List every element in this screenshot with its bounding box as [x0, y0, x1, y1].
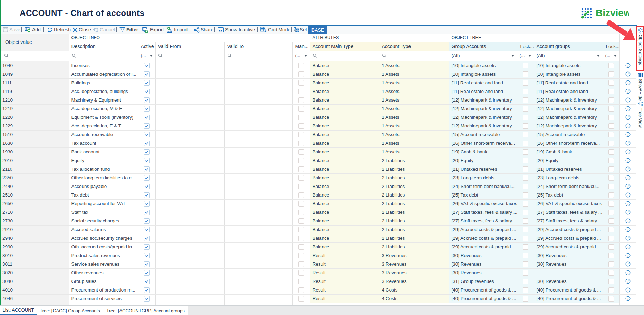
- svg-text:i: i: [628, 193, 629, 197]
- svg-text:i: i: [628, 254, 629, 257]
- svg-text:i: i: [628, 288, 629, 292]
- svg-text:i: i: [628, 116, 629, 119]
- svg-text:i: i: [628, 133, 629, 136]
- svg-text:i: i: [628, 280, 629, 283]
- svg-text:i: i: [628, 262, 629, 266]
- svg-text:i: i: [628, 150, 629, 154]
- svg-text:i: i: [628, 219, 629, 223]
- svg-text:i: i: [628, 142, 629, 145]
- svg-text:i: i: [628, 237, 629, 240]
- svg-text:i: i: [628, 228, 629, 231]
- svg-text:i: i: [628, 297, 629, 300]
- svg-text:i: i: [628, 124, 629, 128]
- svg-text:i: i: [628, 73, 629, 76]
- svg-text:Bizview: Bizview: [596, 8, 629, 18]
- svg-text:i: i: [628, 98, 629, 102]
- svg-text:i: i: [628, 159, 629, 162]
- svg-text:i: i: [628, 64, 629, 67]
- svg-text:i: i: [628, 81, 629, 85]
- svg-text:i: i: [628, 90, 629, 93]
- svg-text:i: i: [628, 271, 629, 275]
- svg-text:i: i: [628, 245, 629, 249]
- svg-text:i: i: [628, 107, 629, 111]
- svg-text:i: i: [628, 211, 629, 214]
- svg-text:i: i: [628, 168, 629, 171]
- svg-text:i: i: [628, 185, 629, 188]
- svg-text:i: i: [628, 202, 629, 206]
- svg-text:i: i: [628, 176, 629, 180]
